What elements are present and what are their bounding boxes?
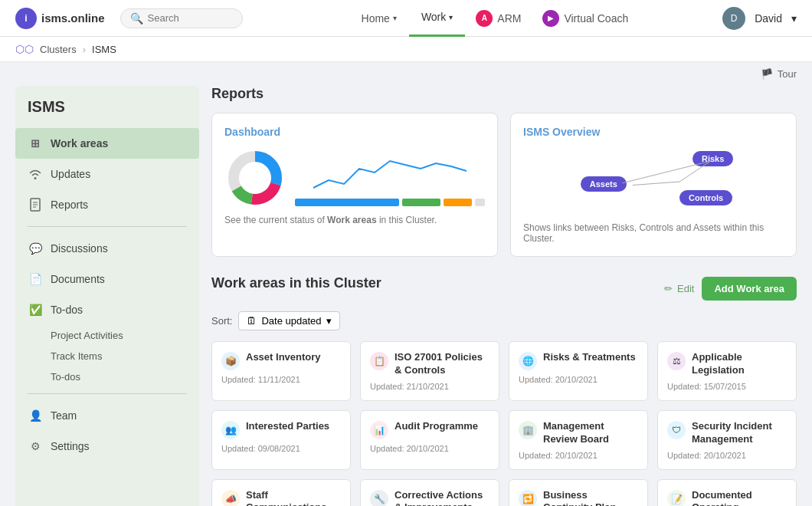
wa-name: Business Continuity Plan: [543, 489, 638, 506]
dashboard-card-title[interactable]: Dashboard: [224, 126, 485, 138]
wa-header: 🏢 Management Review Board: [519, 420, 638, 446]
work-area-card[interactable]: 📊 Audit Programme Updated: 20/10/2021: [360, 410, 499, 470]
wa-header: 📣 Staff Communications: [221, 489, 341, 506]
tour-button[interactable]: 🏴 Tour: [761, 68, 797, 80]
right-nav: D David ▾: [722, 7, 797, 30]
work-area-card[interactable]: 📦 Asset Inventory Updated: 11/11/2021: [211, 341, 351, 401]
svg-line-10: [622, 161, 711, 183]
line-chart: [295, 150, 485, 206]
sidebar-item-work-areas[interactable]: ⊞ Work areas: [15, 128, 199, 159]
wa-name: Risks & Treatments: [543, 351, 636, 364]
home-caret: ▾: [393, 14, 397, 22]
vc-icon: ▶: [542, 10, 559, 27]
add-work-area-button[interactable]: Add Work area: [702, 277, 797, 301]
work-area-card[interactable]: ⚖ Applicable Legislation Updated: 15/07/…: [657, 341, 797, 401]
wa-updated: Updated: 20/10/2021: [519, 451, 638, 460]
work-area-card[interactable]: 🛡 Security Incident Management Updated: …: [657, 410, 797, 470]
breadcrumb-current: ISMS: [92, 44, 116, 55]
wa-icon: 🏢: [519, 421, 537, 439]
sidebar-sub-todos[interactable]: To-dos: [15, 366, 199, 387]
wa-updated: Updated: 20/10/2021: [519, 375, 638, 384]
work-area-card[interactable]: 🔧 Corrective Actions & Improvements Upda…: [360, 479, 499, 506]
avatar[interactable]: D: [722, 7, 745, 30]
user-name[interactable]: David: [755, 12, 782, 25]
dashboard-report-card[interactable]: Dashboard: [211, 113, 498, 257]
sidebar-sub-track-items[interactable]: Track Items: [15, 346, 199, 366]
wa-header: 👥 Interested Parties: [221, 420, 341, 439]
arm-icon: A: [476, 10, 493, 27]
wa-name: Asset Inventory: [246, 351, 321, 364]
search-input[interactable]: [148, 12, 233, 24]
wa-header: ⚖ Applicable Legislation: [667, 351, 787, 377]
wa-updated: Updated: 15/07/2015: [667, 382, 787, 391]
dashboard-card-desc: See the current status of Work areas in …: [224, 215, 485, 225]
wa-name: Applicable Legislation: [692, 351, 787, 377]
edit-button[interactable]: ✏ Edit: [664, 283, 694, 294]
wifi-icon: [28, 166, 43, 182]
wa-updated: Updated: 21/10/2021: [370, 382, 489, 391]
sidebar-item-todos[interactable]: ✅ To-dos: [15, 294, 199, 325]
wa-updated: Updated: 11/11/2021: [221, 375, 341, 384]
sidebar-item-discussions[interactable]: 💬 Discussions: [15, 233, 199, 264]
user-caret: ▾: [791, 12, 797, 25]
sort-icon: 🗓: [247, 315, 257, 327]
svg-line-9: [633, 182, 679, 186]
wa-header: 🛡 Security Incident Management: [667, 420, 787, 446]
work-area-card[interactable]: 📝 Documented Operating Procedures Update…: [657, 479, 797, 506]
isms-overview-card[interactable]: ISMS Overview Risks Assets Controls Show…: [510, 113, 797, 257]
nodes-connector-svg: [523, 147, 784, 216]
sidebar-item-team[interactable]: 👤 Team: [15, 400, 199, 431]
wa-icon: ⚖: [667, 352, 686, 370]
nav-home[interactable]: Home ▾: [349, 0, 409, 37]
clusters-icon: ⬡⬡: [15, 43, 34, 55]
check-icon: ✅: [28, 302, 43, 317]
nav-work[interactable]: Work ▾: [409, 0, 465, 37]
sidebar: ISMS ⊞ Work areas Updates: [15, 86, 199, 506]
people-icon: 👤: [28, 408, 43, 423]
wa-icon: 🌐: [519, 352, 537, 370]
logo-text: isms.online: [41, 12, 105, 25]
sidebar-sub-project-activities[interactable]: Project Activities: [15, 325, 199, 346]
wa-icon: 📦: [221, 352, 240, 370]
wa-name: Interested Parties: [246, 420, 329, 433]
wa-name: Staff Communications: [246, 489, 341, 506]
wa-header: 📝 Documented Operating Procedures: [667, 489, 787, 506]
logo[interactable]: i isms.online: [15, 8, 105, 29]
bar-chart: [295, 199, 485, 206]
work-area-card[interactable]: 📣 Staff Communications Updated: 09/08/20…: [211, 479, 351, 506]
nav-virtual-coach[interactable]: ▶ Virtual Coach: [532, 0, 639, 37]
wa-updated: Updated: 09/08/2021: [221, 444, 341, 453]
sidebar-item-settings[interactable]: ⚙ Settings: [15, 431, 199, 462]
svg-line-8: [679, 161, 711, 182]
sort-button[interactable]: 🗓 Date updated ▾: [238, 311, 339, 330]
wa-name: Corrective Actions & Improvements: [395, 489, 489, 506]
sort-bar: Sort: 🗓 Date updated ▾: [211, 311, 797, 330]
breadcrumb-clusters[interactable]: Clusters: [40, 44, 77, 55]
wa-name: Audit Programme: [395, 420, 478, 433]
work-areas-actions: ✏ Edit Add Work area: [664, 277, 797, 301]
content: Reports Dashboard: [211, 86, 797, 506]
work-area-card[interactable]: 📋 ISO 27001 Policies & Controls Updated:…: [360, 341, 499, 401]
work-area-card[interactable]: 🌐 Risks & Treatments Updated: 20/10/2021: [509, 341, 648, 401]
isms-card-title[interactable]: ISMS Overview: [523, 126, 784, 138]
wa-icon: 📊: [370, 421, 388, 439]
sidebar-item-documents[interactable]: 📄 Documents: [15, 264, 199, 294]
top-nav: i isms.online 🔍 Home ▾ Work ▾ A ARM ▶ Vi…: [0, 0, 812, 37]
wa-header: 📊 Audit Programme: [370, 420, 489, 439]
sort-caret: ▾: [326, 315, 332, 327]
search-box[interactable]: 🔍: [120, 8, 243, 28]
work-area-card[interactable]: 🔁 Business Continuity Plan Updated: 09/0…: [509, 479, 648, 506]
sidebar-item-updates[interactable]: Updates: [15, 159, 199, 189]
work-area-card[interactable]: 🏢 Management Review Board Updated: 20/10…: [509, 410, 648, 470]
sidebar-item-reports[interactable]: Reports: [15, 189, 199, 220]
sidebar-divider-1: [28, 226, 187, 227]
wa-name: Security Incident Management: [692, 420, 787, 446]
nav-arm[interactable]: A ARM: [465, 0, 532, 37]
work-area-card[interactable]: 👥 Interested Parties Updated: 09/08/2021: [211, 410, 351, 470]
wa-name: ISO 27001 Policies & Controls: [395, 351, 489, 377]
wa-name: Documented Operating Procedures: [692, 489, 787, 506]
reports-section-title: Reports: [211, 86, 797, 102]
report-cards: Dashboard: [211, 113, 797, 257]
work-areas-grid: 📦 Asset Inventory Updated: 11/11/2021 📋 …: [211, 341, 797, 506]
wa-icon: 📣: [221, 490, 240, 506]
